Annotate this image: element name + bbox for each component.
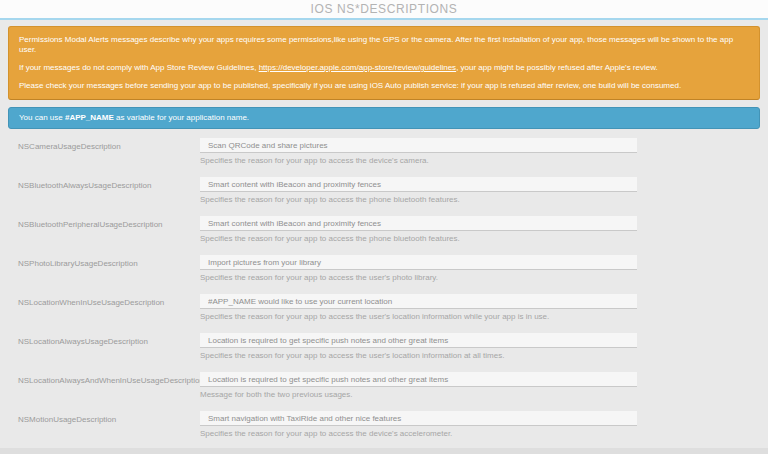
warning-line-2-prefix: If your messages do not comply with App … [19,63,259,72]
info-suffix: as variable for your application name. [114,113,249,122]
page-title: IOS NS*DESCRIPTIONS [311,2,458,16]
field-help-text: Specifies the reason for your app to acc… [200,195,637,204]
usage-description-input[interactable] [200,294,637,309]
field-label: NSMotionUsageDescription [18,411,200,424]
field-help-text: Specifies the reason for your app to acc… [200,351,637,360]
usage-description-input[interactable] [200,138,637,153]
field-group: Specifies the reason for your app to acc… [200,138,637,165]
form-rows-container: NSCameraUsageDescription Specifies the r… [0,138,768,438]
field-label: NSLocationWhenInUseUsageDescription [18,294,200,307]
field-label: NSBluetoothPeripheralUsageDescription [18,216,200,229]
warning-line-2: If your messages do not comply with App … [19,63,749,73]
guidelines-link[interactable]: https://developer.apple.com/app-store/re… [259,63,456,72]
warning-line-2-suffix: , your app might be possibly refused aft… [456,63,658,72]
form-row: NSLocationAlwaysUsageDescription Specifi… [0,333,768,360]
app-name-variable: #APP_NAME [65,113,114,122]
warning-line-3: Please check your messages before sendin… [19,81,749,91]
field-group: Specifies the reason for your app to acc… [200,333,637,360]
info-prefix: You can use [19,113,65,122]
form-row: NSBluetoothPeripheralUsageDescription Sp… [0,216,768,243]
usage-description-input[interactable] [200,177,637,192]
usage-description-input[interactable] [200,255,637,270]
field-group: Message for both the two previous usages… [200,372,637,399]
field-group: Specifies the reason for your app to acc… [200,177,637,204]
form-row: NSBluetoothAlwaysUsageDescription Specif… [0,177,768,204]
form-row: NSPhotoLibraryUsageDescription Specifies… [0,255,768,282]
field-help-text: Specifies the reason for your app to acc… [200,156,637,165]
page-header: IOS NS*DESCRIPTIONS [0,0,768,20]
ns-descriptions-form: NSCameraUsageDescription Specifies the r… [0,138,768,454]
field-group: Specifies the reason for your app to acc… [200,216,637,243]
warning-line-1: Permissions Modal Alerts messages descri… [19,35,749,55]
field-help-text: Message for both the two previous usages… [200,390,637,399]
field-help-text: Specifies the reason for your app to acc… [200,312,637,321]
field-label: NSBluetoothAlwaysUsageDescription [18,177,200,190]
form-row: NSCameraUsageDescription Specifies the r… [0,138,768,165]
field-group: Specifies the reason for your app to acc… [200,255,637,282]
app-name-info-banner: You can use #APP_NAME as variable for yo… [8,107,760,129]
field-help-text: Specifies the reason for your app to acc… [200,234,637,243]
field-label: NSCameraUsageDescription [18,138,200,151]
field-group: Specifies the reason for your app to acc… [200,294,637,321]
form-row: NSMotionUsageDescription Specifies the r… [0,411,768,438]
usage-description-input[interactable] [200,333,637,348]
field-label: NSPhotoLibraryUsageDescription [18,255,200,268]
form-row: NSLocationWhenInUseUsageDescription Spec… [0,294,768,321]
usage-description-input[interactable] [200,216,637,231]
field-group: Specifies the reason for your app to acc… [200,411,637,438]
page-bottom-strip [0,448,768,454]
field-help-text: Specifies the reason for your app to acc… [200,273,637,282]
field-help-text: Specifies the reason for your app to acc… [200,429,637,438]
field-label: NSLocationAlwaysUsageDescription [18,333,200,346]
form-row: NSLocationAlwaysAndWhenInUseUsageDescrip… [0,372,768,399]
usage-description-input[interactable] [200,411,637,426]
permissions-warning-banner: Permissions Modal Alerts messages descri… [8,26,760,100]
field-label: NSLocationAlwaysAndWhenInUseUsageDescrip… [18,372,200,385]
usage-description-input[interactable] [200,372,637,387]
